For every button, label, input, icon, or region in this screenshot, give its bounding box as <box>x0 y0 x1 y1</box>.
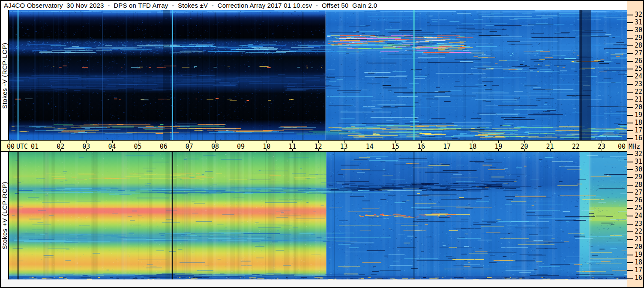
hour-label: 23 <box>598 143 605 150</box>
hour-label: 12 <box>314 143 322 150</box>
freq-label: 20 <box>632 244 642 250</box>
freq-label: 18 <box>632 120 642 126</box>
time-axis: UTC 000102030405060708091011121314151617… <box>1 140 627 152</box>
hour-label: 17 <box>443 143 451 150</box>
freq-label: 28 <box>632 182 642 188</box>
freq-label: 27 <box>632 189 642 196</box>
spectrograph-window: AJ4CO Observatory 30 Nov 2023 - DPS on T… <box>0 0 644 288</box>
freq-label: 19 <box>632 252 642 258</box>
hour-label: 00 <box>7 143 15 150</box>
hour-label: 03 <box>82 143 90 150</box>
freq-label: 17 <box>632 127 642 134</box>
freq-label: 30 <box>632 166 642 173</box>
hour-label: 05 <box>134 143 142 150</box>
hour-label: 14 <box>366 143 374 150</box>
hour-label: 01 <box>31 143 39 150</box>
hour-label: 07 <box>186 143 193 150</box>
hour-label: 15 <box>392 143 399 150</box>
freq-label: 25 <box>632 66 642 72</box>
freq-label: 31 <box>632 19 642 26</box>
freq-label: 31 <box>632 159 642 165</box>
hour-label: 16 <box>417 143 425 150</box>
freq-label: 17 <box>632 267 642 273</box>
freq-label: 21 <box>632 96 642 103</box>
spectrogram-top-stokes-negV <box>8 10 628 140</box>
hour-label: 00 <box>618 143 626 150</box>
freq-label: 16 <box>632 275 642 281</box>
spectrogram-bottom-stokes-posV <box>8 152 628 279</box>
time-axis-unit-label: UTC <box>16 143 28 150</box>
hour-label: 09 <box>237 143 245 150</box>
freq-label: 32 <box>632 151 642 157</box>
freq-label: 21 <box>632 236 642 243</box>
hour-label: 20 <box>520 143 528 150</box>
freq-label: 18 <box>632 259 642 266</box>
top-panel-axis-label: Stokes -V (RCP-LCP) <box>1 11 8 140</box>
hour-label: 06 <box>160 143 168 150</box>
bottom-margin <box>1 279 627 287</box>
freq-label: 22 <box>632 228 642 235</box>
freq-label: 25 <box>632 205 642 211</box>
freq-label: 23 <box>632 221 642 227</box>
hour-label: 04 <box>108 143 116 150</box>
freq-label: 20 <box>632 104 642 111</box>
freq-label: 29 <box>632 35 642 41</box>
hour-label: 19 <box>494 143 502 150</box>
hour-label: 22 <box>572 143 580 150</box>
frequency-scale: MHz 323130292827262524232221201918171632… <box>627 1 644 287</box>
freq-label: 30 <box>632 27 642 33</box>
hour-label: 08 <box>211 143 219 150</box>
hour-label: 02 <box>57 143 64 150</box>
hour-label: 21 <box>546 143 554 150</box>
hour-label: 10 <box>263 143 270 150</box>
freq-label: 19 <box>632 112 642 118</box>
freq-label: 24 <box>632 213 642 219</box>
freq-label: 26 <box>632 58 642 64</box>
freq-label: 22 <box>632 89 642 95</box>
freq-label: 28 <box>632 42 642 49</box>
hour-label: 18 <box>469 143 476 150</box>
frequency-unit-label: MHz <box>629 143 640 150</box>
freq-label: 24 <box>632 73 642 80</box>
bottom-panel-axis-label: Stokes +V (LCP-RCP) <box>1 152 8 279</box>
freq-label: 32 <box>632 12 642 18</box>
freq-label: 29 <box>632 174 642 180</box>
freq-label: 26 <box>632 197 642 204</box>
hour-label: 13 <box>340 143 348 150</box>
freq-label: 27 <box>632 50 642 57</box>
hour-label: 11 <box>288 143 296 150</box>
freq-label: 23 <box>632 81 642 87</box>
window-title: AJ4CO Observatory 30 Nov 2023 - DPS on T… <box>1 1 627 10</box>
freq-label: 16 <box>632 135 642 141</box>
